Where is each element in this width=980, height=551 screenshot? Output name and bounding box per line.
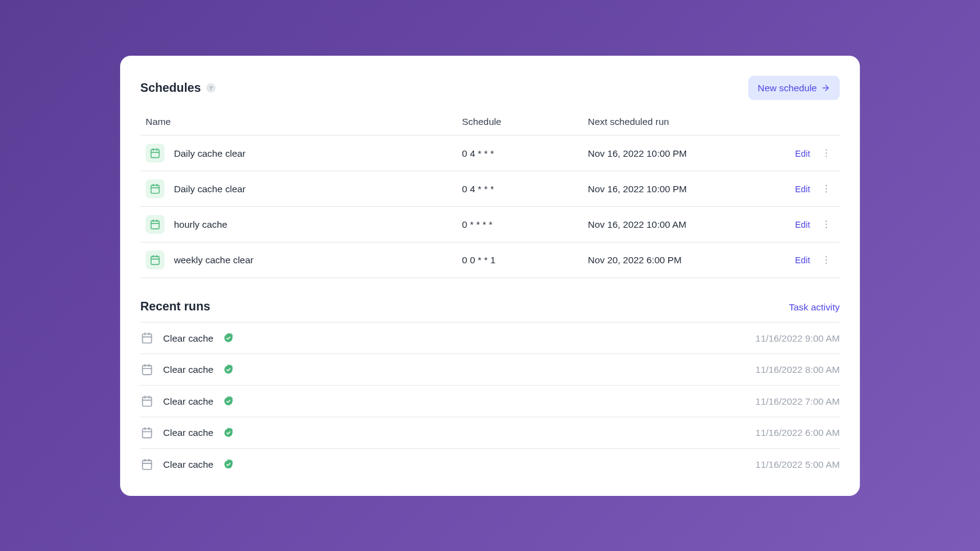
check-badge-icon (223, 332, 234, 343)
schedule-cron: 0 4 * * * (462, 148, 494, 159)
svg-point-19 (826, 220, 827, 222)
arrow-right-icon (821, 83, 830, 92)
schedule-rows: Daily cache clear0 4 * * *Nov 16, 2022 1… (140, 135, 840, 278)
task-activity-link[interactable]: Task activity (789, 301, 840, 312)
calendar-icon (140, 331, 154, 345)
run-rows: Clear cache11/16/2022 9:00 AMClear cache… (140, 321, 840, 479)
schedules-header: Schedules ? New schedule (140, 75, 840, 100)
new-schedule-label: New schedule (758, 82, 817, 93)
schedule-row: Daily cache clear0 4 * * *Nov 16, 2022 1… (140, 135, 840, 171)
column-schedule: Schedule (462, 116, 588, 127)
svg-rect-29 (143, 334, 152, 343)
svg-rect-8 (151, 185, 159, 193)
schedule-next: Nov 20, 2022 6:00 PM (588, 254, 682, 265)
more-menu-button[interactable] (818, 252, 834, 268)
column-name: Name (140, 116, 462, 127)
svg-point-14 (826, 191, 827, 192)
calendar-icon (146, 250, 165, 269)
run-time: 11/16/2022 5:00 AM (755, 459, 840, 470)
schedule-name: hourly cache (174, 219, 227, 230)
run-row: Clear cache11/16/2022 5:00 AM (140, 448, 840, 480)
check-badge-icon (223, 459, 234, 470)
run-time: 11/16/2022 9:00 AM (755, 332, 840, 343)
schedules-card: Schedules ? New schedule Name Schedule N… (120, 55, 860, 495)
svg-point-21 (826, 227, 827, 228)
svg-point-27 (826, 259, 827, 260)
edit-link[interactable]: Edit (795, 219, 810, 229)
run-name: Clear cache (163, 459, 213, 470)
schedule-cron: 0 4 * * * (462, 183, 494, 194)
calendar-icon (146, 179, 165, 198)
schedule-row: Daily cache clear0 4 * * *Nov 16, 2022 1… (140, 171, 840, 206)
more-menu-button[interactable] (818, 181, 834, 197)
schedule-next: Nov 16, 2022 10:00 PM (588, 148, 687, 159)
schedule-name: Daily cache clear (174, 183, 246, 194)
check-badge-icon (223, 427, 234, 438)
run-name: Clear cache (163, 332, 213, 343)
calendar-icon (140, 457, 154, 471)
svg-point-6 (826, 152, 827, 154)
run-time: 11/16/2022 7:00 AM (755, 395, 840, 407)
schedules-title: Schedules (140, 81, 201, 95)
schedule-cron: 0 * * * * (462, 219, 492, 230)
run-row: Clear cache11/16/2022 6:00 AM (140, 416, 840, 448)
svg-point-7 (826, 156, 827, 157)
check-badge-icon (223, 364, 234, 375)
schedule-next: Nov 16, 2022 10:00 PM (588, 183, 687, 194)
recent-title: Recent runs (140, 299, 210, 313)
calendar-icon (146, 215, 165, 234)
svg-rect-22 (151, 256, 159, 264)
edit-link[interactable]: Edit (795, 255, 810, 264)
new-schedule-button[interactable]: New schedule (748, 75, 840, 100)
schedule-name: weekly cache clear (174, 254, 254, 265)
check-badge-icon (223, 395, 234, 407)
svg-point-28 (826, 262, 827, 263)
svg-point-12 (826, 185, 827, 186)
run-name: Clear cache (163, 427, 213, 438)
svg-rect-39 (143, 397, 152, 406)
schedule-row: weekly cache clear0 0 * * 1Nov 20, 2022 … (140, 242, 840, 278)
run-row: Clear cache11/16/2022 9:00 AM (140, 321, 840, 353)
calendar-icon (140, 425, 154, 439)
svg-rect-1 (151, 149, 159, 157)
recent-header: Recent runs Task activity (140, 299, 840, 313)
schedule-row: hourly cache0 * * * *Nov 16, 2022 10:00 … (140, 206, 840, 242)
run-row: Clear cache11/16/2022 8:00 AM (140, 353, 840, 385)
run-row: Clear cache11/16/2022 7:00 AM (140, 384, 840, 416)
schedules-title-wrap: Schedules ? (140, 81, 216, 95)
calendar-icon (140, 362, 154, 376)
svg-point-13 (826, 188, 827, 189)
svg-rect-44 (143, 429, 152, 438)
table-header: Name Schedule Next scheduled run (140, 109, 840, 135)
schedule-name: Daily cache clear (174, 148, 246, 159)
edit-link[interactable]: Edit (795, 184, 810, 193)
run-name: Clear cache (163, 395, 213, 407)
column-next: Next scheduled run (588, 116, 766, 127)
schedule-next: Nov 16, 2022 10:00 AM (588, 219, 687, 230)
more-menu-button[interactable] (818, 144, 834, 160)
svg-point-26 (826, 256, 827, 257)
svg-rect-15 (151, 220, 159, 228)
run-time: 11/16/2022 8:00 AM (755, 364, 840, 375)
edit-link[interactable]: Edit (795, 148, 810, 157)
svg-point-20 (826, 223, 827, 225)
svg-rect-49 (143, 460, 152, 469)
svg-rect-34 (143, 365, 152, 375)
calendar-icon (146, 143, 165, 162)
run-time: 11/16/2022 6:00 AM (755, 427, 840, 438)
more-menu-button[interactable] (818, 216, 834, 232)
calendar-icon (140, 394, 154, 408)
schedule-cron: 0 0 * * 1 (462, 254, 496, 265)
svg-point-5 (826, 149, 827, 150)
help-icon[interactable]: ? (206, 83, 216, 92)
run-name: Clear cache (163, 364, 213, 375)
